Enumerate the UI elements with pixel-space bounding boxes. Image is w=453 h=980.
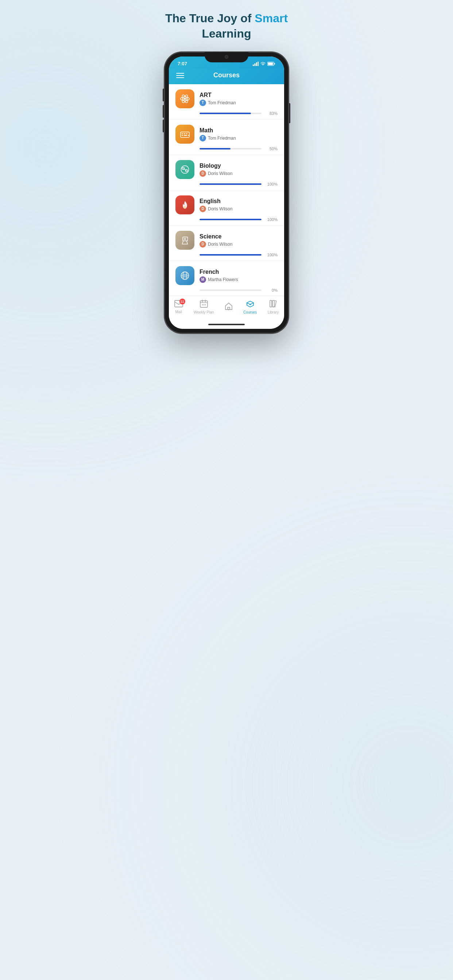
course-icon-math — [175, 125, 195, 144]
progress-pct: 50% — [265, 146, 278, 151]
progress-pct: 100% — [265, 217, 278, 222]
course-header: English D Doris Wilson — [175, 196, 278, 215]
course-info: English D Doris Wilson — [199, 198, 278, 212]
course-header: Biology D Doris Wilson — [175, 160, 278, 179]
course-header: Science D Doris Wilson — [175, 231, 278, 250]
headline-highlight: Smart — [255, 12, 288, 25]
nav-icon-home — [225, 302, 233, 312]
course-item-english[interactable]: English D Doris Wilson 100% — [169, 190, 284, 226]
hamburger-menu[interactable] — [176, 73, 184, 78]
nav-item-library[interactable]: Library — [268, 300, 279, 314]
teacher-avatar: D — [199, 205, 206, 212]
course-name: Biology — [199, 162, 278, 169]
phone-screen: 7:07 — [169, 57, 284, 329]
teacher-avatar: T — [199, 100, 206, 106]
nav-icon-library — [269, 300, 277, 309]
course-icon-science — [175, 231, 195, 250]
svg-rect-17 — [188, 135, 189, 135]
progress-bar-fill — [199, 183, 262, 185]
progress-bar-bg — [199, 148, 262, 150]
course-info: French M Martha Flowers — [199, 269, 278, 283]
progress-bar-bg — [199, 219, 262, 220]
nav-item-home[interactable] — [225, 302, 233, 312]
course-name: English — [199, 198, 278, 205]
nav-badge-mail: 11 — [179, 299, 185, 304]
course-item-science[interactable]: Science D Doris Wilson 100% — [169, 226, 284, 261]
progress-row: 100% — [175, 217, 278, 222]
nav-item-weekly-plan[interactable]: Weekly Plan — [194, 300, 214, 314]
home-indicator — [169, 321, 284, 329]
progress-row: 83% — [175, 111, 278, 116]
nav-label-weekly-plan: Weekly Plan — [194, 310, 214, 314]
nav-label-courses: Courses — [243, 310, 257, 314]
nav-label-mail: Mail — [175, 310, 182, 314]
svg-rect-6 — [274, 63, 275, 65]
svg-rect-12 — [182, 134, 183, 134]
svg-rect-22 — [183, 237, 188, 241]
course-item-french[interactable]: French M Martha Flowers 0% — [169, 261, 284, 296]
course-item-biology[interactable]: Biology D Doris Wilson 100% — [169, 155, 284, 190]
progress-bar-fill — [199, 219, 262, 220]
course-item-art[interactable]: ART T Tom Friedman 83% — [169, 84, 284, 119]
progress-bar-bg — [199, 254, 262, 256]
teacher-row: M Martha Flowers — [199, 276, 278, 283]
svg-rect-16 — [184, 135, 187, 135]
nav-label-library: Library — [268, 310, 279, 314]
svg-rect-11 — [180, 132, 189, 137]
svg-point-48 — [202, 304, 203, 305]
nav-icon-weekly-plan — [200, 300, 208, 309]
course-info: Science D Doris Wilson — [199, 233, 278, 248]
course-name: ART — [199, 92, 278, 99]
teacher-name: Martha Flowers — [208, 277, 238, 282]
course-info: ART T Tom Friedman — [199, 92, 278, 106]
teacher-name: Doris Wilson — [208, 206, 232, 212]
headline-part2: Learning — [202, 27, 251, 40]
svg-point-50 — [205, 304, 206, 305]
notch-camera — [225, 55, 228, 59]
svg-point-52 — [249, 304, 251, 305]
teacher-name: Doris Wilson — [208, 171, 232, 176]
signal-icon — [253, 62, 258, 66]
teacher-avatar: M — [199, 276, 206, 283]
svg-rect-14 — [186, 134, 187, 134]
progress-bar-bg — [199, 290, 262, 291]
svg-point-49 — [203, 304, 204, 305]
course-name: Math — [199, 127, 278, 134]
teacher-row: T Tom Friedman — [199, 100, 278, 106]
progress-row: 100% — [175, 182, 278, 186]
teacher-name: Tom Friedman — [208, 100, 236, 105]
status-icons — [253, 62, 275, 66]
course-header: French M Martha Flowers — [175, 266, 278, 285]
svg-rect-15 — [182, 135, 183, 135]
course-icon-art — [175, 89, 195, 108]
teacher-name: Tom Friedman — [208, 135, 236, 141]
svg-rect-13 — [184, 134, 185, 134]
svg-rect-54 — [273, 301, 274, 307]
teacher-name: Doris Wilson — [208, 242, 232, 247]
course-header: Math T Tom Friedman — [175, 125, 278, 144]
teacher-row: T Tom Friedman — [199, 135, 278, 142]
course-icon-english — [175, 196, 195, 215]
progress-pct: 83% — [265, 111, 278, 116]
course-item-math[interactable]: Math T Tom Friedman 50% — [169, 119, 284, 155]
nav-item-courses[interactable]: Courses — [243, 300, 257, 314]
teacher-avatar: T — [199, 135, 206, 142]
phone-notch — [205, 52, 248, 62]
wifi-icon — [260, 62, 266, 66]
progress-pct: 100% — [265, 182, 278, 186]
headline-part1: The True Joy of — [165, 12, 255, 25]
nav-item-mail[interactable]: 11 Mail — [174, 300, 183, 314]
teacher-row: D Doris Wilson — [199, 170, 278, 177]
svg-rect-5 — [268, 62, 273, 65]
app-header: Courses — [169, 68, 284, 84]
hamburger-line-3 — [176, 77, 184, 78]
svg-rect-3 — [258, 62, 259, 66]
page-wrapper: The True Joy of Smart Learning 7:07 — [139, 11, 314, 333]
course-info: Math T Tom Friedman — [199, 127, 278, 142]
progress-row: 50% — [175, 146, 278, 151]
bottom-nav: 11 Mail Weekly Plan Courses — [169, 296, 284, 321]
course-header: ART T Tom Friedman — [175, 89, 278, 108]
teacher-row: D Doris Wilson — [199, 205, 278, 212]
svg-point-51 — [228, 309, 230, 310]
course-info: Biology D Doris Wilson — [199, 162, 278, 177]
